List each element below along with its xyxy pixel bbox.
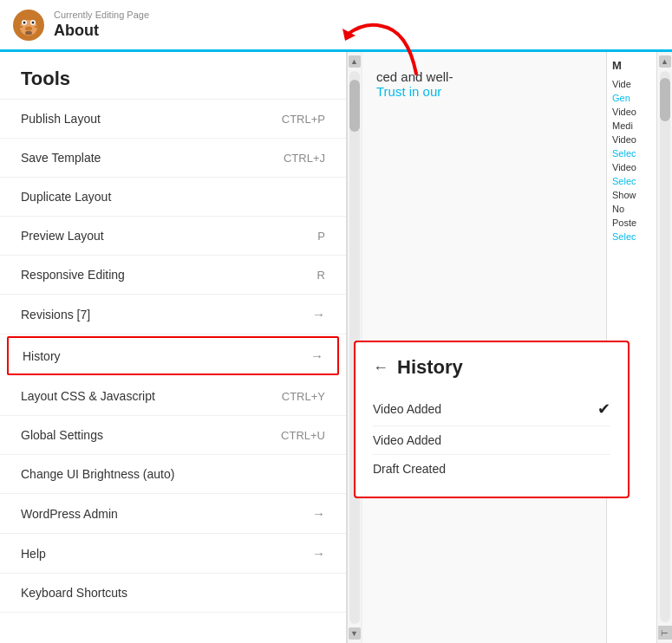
responsive-editing-label: Responsive Editing [21,268,125,282]
scrollbar-up[interactable]: ▲ [349,55,361,68]
right-sidebar-m-label: M [612,59,651,72]
right-sidebar-video2: Video [612,134,651,145]
menu-item-save-template[interactable]: Save Template CTRL+J [0,139,346,178]
history-panel: ← History Video Added ✔ Video Added Draf… [354,341,630,498]
editing-page-label: Currently Editing Page [54,9,149,21]
wordpress-admin-arrow: → [312,506,325,521]
history-label: History [23,349,61,363]
right-sidebar-selec1[interactable]: Selec [612,148,651,159]
menu-item-global-settings[interactable]: Global Settings CTRL+U [0,416,346,455]
content-text-1: ced and well- [376,69,593,84]
right-sidebar-selec2[interactable]: Selec [612,176,651,186]
main-scrollbar-thumb[interactable] [660,78,670,121]
menu-item-history[interactable]: History → [7,336,339,375]
help-arrow: → [312,546,325,561]
right-sidebar-poste: Poste [612,218,651,228]
top-bar: Currently Editing Page About [0,0,672,52]
history-arrow: → [310,348,323,363]
responsive-editing-shortcut: R [317,269,325,282]
layout-css-shortcut: CTRL+Y [282,390,325,403]
menu-item-help[interactable]: Help → [0,534,346,574]
global-settings-shortcut: CTRL+U [281,429,325,442]
layout-css-label: Layout CSS & Javascript [21,389,155,403]
menu-item-change-ui[interactable]: Change UI Brightness (auto) [0,455,346,494]
right-sidebar-gen-link[interactable]: Gen [612,93,651,103]
revisions-arrow: → [312,307,325,322]
scrollbar-thumb[interactable] [349,80,360,132]
menu-item-layout-css[interactable]: Layout CSS & Javascript CTRL+Y [0,377,346,416]
publish-layout-shortcut: CTRL+P [282,113,325,126]
history-panel-header: ← History [373,356,610,379]
content-link[interactable]: Trust in our [376,84,593,99]
svg-rect-7 [25,31,32,35]
wordpress-admin-label: WordPress Admin [21,507,118,521]
preview-layout-label: Preview Layout [21,229,104,243]
history-back-button[interactable]: ← [373,359,388,377]
menu-item-responsive-editing[interactable]: Responsive Editing R [0,256,346,295]
menu-item-duplicate-layout[interactable]: Duplicate Layout [0,178,346,217]
beaver-logo [12,9,45,42]
main-scrollbar-end[interactable]: ⊢ [658,626,672,640]
right-sidebar-video3: Video [612,162,651,172]
history-panel-title: History [397,356,463,379]
right-sidebar-medi: Medi [612,120,651,131]
page-title: About [54,21,149,41]
tools-panel: Tools Publish Layout CTRL+P Save Templat… [0,52,347,643]
help-label: Help [21,547,46,561]
tools-heading: Tools [0,52,346,100]
page-content-snippet: ced and well- Trust in our [362,52,607,116]
global-settings-label: Global Settings [21,428,103,442]
save-template-label: Save Template [21,151,101,165]
publish-layout-label: Publish Layout [21,112,101,126]
menu-item-wordpress-admin[interactable]: WordPress Admin → [0,494,346,534]
check-icon-1: ✔ [597,399,610,419]
svg-point-5 [32,21,35,23]
save-template-shortcut: CTRL+J [284,152,325,165]
menu-item-keyboard-shortcuts[interactable]: Keyboard Shortcuts [0,574,346,613]
svg-point-6 [25,26,32,30]
menu-item-revisions[interactable]: Revisions [7] → [0,295,346,334]
duplicate-layout-label: Duplicate Layout [21,190,111,204]
history-item-2[interactable]: Video Added [373,426,610,455]
revisions-label: Revisions [7] [21,308,90,322]
keyboard-shortcuts-label: Keyboard Shortcuts [21,586,127,600]
main-scrollbar-track[interactable] [660,71,670,622]
right-sidebar-selec3[interactable]: Selec [612,231,651,242]
change-ui-label: Change UI Brightness (auto) [21,467,174,481]
menu-item-preview-layout[interactable]: Preview Layout P [0,217,346,256]
right-sidebar-vide: Vide [612,79,651,89]
main-scrollbar[interactable]: ▲ ⊢ [656,52,672,643]
history-item-1[interactable]: Video Added ✔ [373,393,610,426]
menu-item-publish-layout[interactable]: Publish Layout CTRL+P [0,100,346,139]
history-item-3-label: Draft Created [373,462,446,476]
history-item-3[interactable]: Draft Created [373,455,610,483]
right-sidebar-no: No [612,204,651,214]
right-sidebar-show: Show [612,190,651,200]
right-sidebar-video: Video [612,107,651,117]
scrollbar-down[interactable]: ▼ [349,627,361,640]
main-scrollbar-up[interactable]: ▲ [659,55,671,68]
preview-layout-shortcut: P [317,230,325,243]
history-item-1-label: Video Added [373,402,441,416]
page-title-group: Currently Editing Page About [54,9,149,42]
history-item-2-label: Video Added [373,433,441,447]
svg-point-4 [23,21,26,23]
